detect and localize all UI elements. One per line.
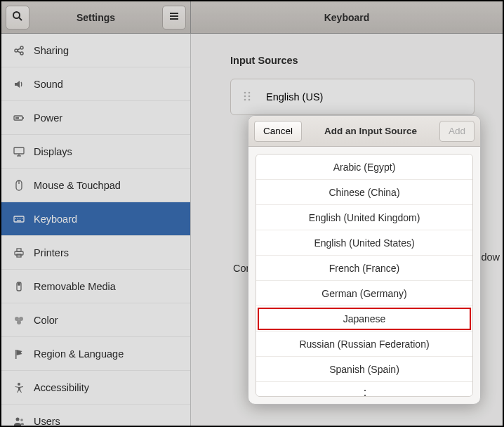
svg-point-33 <box>18 383 20 386</box>
svg-point-31 <box>17 320 21 324</box>
headerbar-left: Settings <box>1 1 191 33</box>
drag-handle-icon[interactable] <box>244 91 253 103</box>
sidebar-item-label: Region & Language <box>34 348 124 360</box>
panel-title: Keyboard <box>191 12 503 23</box>
cancel-button[interactable]: Cancel <box>254 121 302 142</box>
language-item[interactable]: French (France) <box>256 256 472 281</box>
region-icon <box>11 348 27 360</box>
share-icon <box>11 45 27 56</box>
language-item[interactable]: Japanese <box>256 306 472 331</box>
headerbar: Settings Keyboard <box>1 1 503 34</box>
language-item[interactable]: Russian (Russian Federation) <box>256 331 472 357</box>
input-source-label: English (US) <box>266 91 323 103</box>
users-icon <box>11 416 27 426</box>
svg-point-6 <box>20 46 23 49</box>
peek-text: dow <box>481 251 500 263</box>
input-source-row[interactable]: English (US) <box>231 79 474 114</box>
dialog-header: Cancel Add an Input Source Add <box>248 116 480 147</box>
sidebar-item-label: Removable Media <box>34 281 116 292</box>
sidebar-item-sound[interactable]: Sound <box>1 67 190 101</box>
sidebar-item-label: Sharing <box>34 45 69 56</box>
sidebar-item-displays[interactable]: Displays <box>1 135 190 169</box>
sidebar-item-color[interactable]: Color <box>1 303 190 337</box>
svg-rect-12 <box>15 117 19 119</box>
displays-icon <box>11 146 27 157</box>
removable-icon <box>11 281 27 292</box>
more-languages-button[interactable]: ⋮ <box>256 382 472 397</box>
hamburger-icon <box>168 11 180 24</box>
sidebar-item-mouse[interactable]: Mouse & Touchpad <box>1 169 190 202</box>
sidebar-item-printers[interactable]: Printers <box>1 236 190 270</box>
more-icon: ⋮ <box>359 387 370 397</box>
svg-rect-18 <box>14 216 24 222</box>
svg-point-37 <box>248 91 251 93</box>
search-button[interactable] <box>6 6 29 29</box>
sidebar-item-label: Mouse & Touchpad <box>34 180 121 191</box>
keyboard-icon <box>11 214 27 225</box>
sidebar-item-label: Users <box>34 416 60 426</box>
sidebar-item-share[interactable]: Sharing <box>1 34 190 67</box>
sidebar-item-label: Sound <box>34 79 63 90</box>
sidebar-item-label: Power <box>34 112 62 124</box>
language-item[interactable]: Chinese (China) <box>256 180 472 205</box>
input-sources-list: English (US) <box>230 79 475 115</box>
add-input-source-dialog: Cancel Add an Input Source Add Arabic (E… <box>248 115 481 405</box>
language-item[interactable]: Arabic (Egypt) <box>256 155 472 180</box>
dialog-title: Add an Input Source <box>306 126 435 136</box>
search-icon <box>12 11 23 24</box>
language-item[interactable]: German (Germany) <box>256 281 472 306</box>
svg-point-7 <box>20 52 23 55</box>
settings-title: Settings <box>29 12 162 23</box>
sidebar-item-label: Color <box>34 315 58 326</box>
svg-point-30 <box>19 317 23 321</box>
language-item[interactable]: English (United Kingdom) <box>256 205 472 230</box>
dialog-body: Arabic (Egypt)Chinese (China)English (Un… <box>248 147 480 404</box>
language-list[interactable]: Arabic (Egypt)Chinese (China)English (Un… <box>256 154 473 397</box>
color-icon <box>11 315 27 326</box>
svg-point-36 <box>244 91 246 93</box>
svg-rect-32 <box>15 350 17 359</box>
sidebar-item-users[interactable]: Users <box>1 405 190 426</box>
sidebar-item-label: Accessibility <box>34 382 89 393</box>
svg-rect-26 <box>17 254 21 257</box>
sidebar-item-keyboard[interactable]: Keyboard <box>1 202 190 236</box>
svg-rect-13 <box>14 147 24 154</box>
sidebar-item-label: Printers <box>34 247 69 258</box>
svg-point-5 <box>15 49 18 52</box>
svg-line-9 <box>18 51 20 53</box>
sidebar: SharingSoundPowerDisplaysMouse & Touchpa… <box>1 34 191 426</box>
add-button[interactable]: Add <box>439 121 475 142</box>
language-item[interactable]: Spanish (Spain) <box>256 357 472 382</box>
printers-icon <box>11 247 27 258</box>
sidebar-item-power[interactable]: Power <box>1 101 190 135</box>
svg-point-39 <box>248 95 251 97</box>
headerbar-right: Keyboard <box>191 1 503 33</box>
a11y-icon <box>11 382 27 393</box>
svg-line-8 <box>18 48 20 50</box>
menu-button[interactable] <box>162 6 186 29</box>
sidebar-item-label: Keyboard <box>34 214 77 225</box>
svg-point-40 <box>244 98 246 100</box>
svg-line-1 <box>19 18 22 20</box>
sidebar-item-region[interactable]: Region & Language <box>1 337 190 371</box>
svg-point-0 <box>13 12 20 18</box>
sidebar-item-a11y[interactable]: Accessibility <box>1 371 190 405</box>
svg-point-29 <box>15 317 19 321</box>
power-icon <box>11 112 27 124</box>
svg-rect-25 <box>17 249 21 251</box>
svg-point-41 <box>248 98 251 100</box>
svg-point-34 <box>16 417 20 421</box>
mouse-icon <box>11 180 27 191</box>
svg-rect-28 <box>18 283 20 285</box>
svg-point-38 <box>244 95 246 97</box>
sidebar-item-removable[interactable]: Removable Media <box>1 270 190 303</box>
sound-icon <box>11 79 27 90</box>
svg-rect-11 <box>22 117 24 119</box>
language-item[interactable]: English (United States) <box>256 230 472 256</box>
sidebar-item-label: Displays <box>34 146 72 157</box>
svg-point-35 <box>20 419 23 421</box>
section-title-input-sources: Input Sources <box>230 55 475 66</box>
